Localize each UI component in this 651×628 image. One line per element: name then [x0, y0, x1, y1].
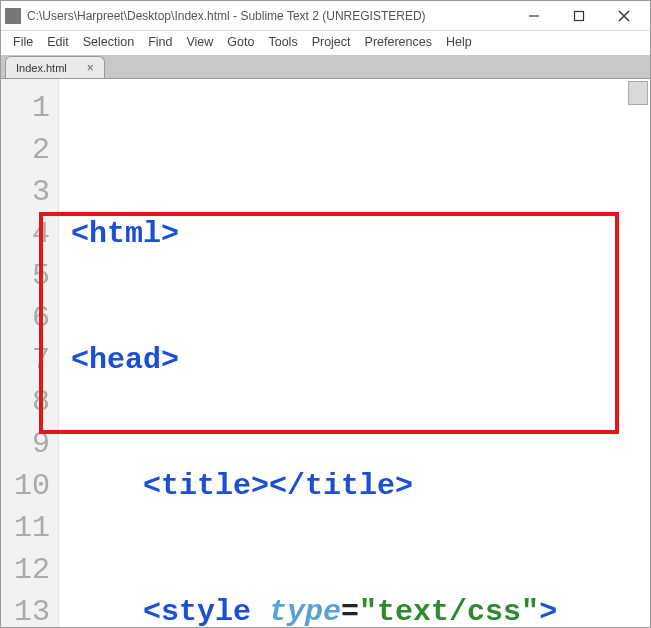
window-buttons: [511, 2, 646, 30]
menu-selection[interactable]: Selection: [77, 33, 140, 51]
menu-goto[interactable]: Goto: [221, 33, 260, 51]
line-number: 11: [1, 507, 58, 549]
code-line: <title></title>: [71, 465, 642, 507]
line-number: 8: [1, 381, 58, 423]
tab-index-html[interactable]: Index.html ×: [5, 56, 105, 78]
code-editor[interactable]: <html> <head> <title></title> <style typ…: [59, 79, 650, 627]
line-number: 1: [1, 87, 58, 129]
app-icon: [5, 8, 21, 24]
minimap[interactable]: [628, 81, 648, 105]
menu-project[interactable]: Project: [306, 33, 357, 51]
menu-help[interactable]: Help: [440, 33, 478, 51]
line-number: 2: [1, 129, 58, 171]
line-number: 10: [1, 465, 58, 507]
svg-rect-1: [574, 11, 583, 20]
window-title: C:\Users\Harpreet\Desktop\Index.html - S…: [27, 9, 511, 23]
line-number: 9: [1, 423, 58, 465]
tab-label: Index.html: [16, 62, 67, 74]
line-number: 6: [1, 297, 58, 339]
tab-bar: Index.html ×: [1, 55, 650, 79]
line-number: 7: [1, 339, 58, 381]
code-line: <head>: [71, 339, 642, 381]
line-number: 3: [1, 171, 58, 213]
maximize-button[interactable]: [556, 2, 601, 30]
code-line: <html>: [71, 213, 642, 255]
code-line: <style type="text/css">: [71, 591, 642, 628]
menu-file[interactable]: File: [7, 33, 39, 51]
menu-find[interactable]: Find: [142, 33, 178, 51]
menu-view[interactable]: View: [180, 33, 219, 51]
editor-area[interactable]: 1 2 3 4 5 6 7 8 9 10 11 12 13 <html> <he…: [1, 79, 650, 627]
menu-preferences[interactable]: Preferences: [359, 33, 438, 51]
line-number: 12: [1, 549, 58, 591]
line-number: 5: [1, 255, 58, 297]
menu-edit[interactable]: Edit: [41, 33, 75, 51]
close-button[interactable]: [601, 2, 646, 30]
title-bar: C:\Users\Harpreet\Desktop\Index.html - S…: [1, 1, 650, 31]
line-number-gutter: 1 2 3 4 5 6 7 8 9 10 11 12 13: [1, 79, 59, 627]
menu-tools[interactable]: Tools: [262, 33, 303, 51]
line-number: 4: [1, 213, 58, 255]
minimize-button[interactable]: [511, 2, 556, 30]
tab-close-icon[interactable]: ×: [87, 61, 94, 75]
line-number: 13: [1, 591, 58, 628]
menu-bar: File Edit Selection Find View Goto Tools…: [1, 31, 650, 55]
